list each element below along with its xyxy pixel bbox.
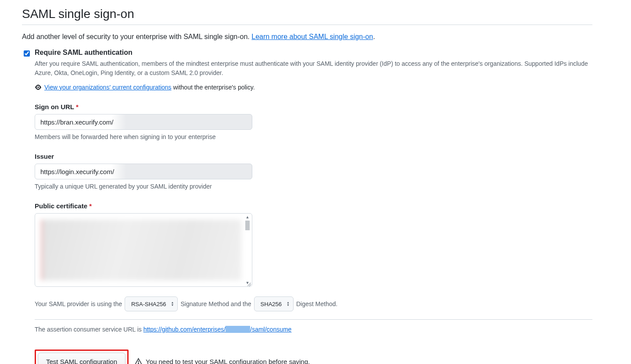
eye-icon <box>35 84 42 91</box>
page-title: SAML single sign-on <box>22 7 592 25</box>
svg-point-2 <box>138 363 139 364</box>
required-asterisk: * <box>89 202 92 210</box>
issuer-input[interactable] <box>35 164 252 179</box>
acs-url-link[interactable]: https://github.com/enterprises/XXXXXX/sa… <box>143 326 292 333</box>
public-cert-label: Public certificate * <box>35 202 252 210</box>
require-saml-label: Require SAML authentication <box>35 49 133 56</box>
acs-url-masked: XXXXXX <box>226 326 250 333</box>
acs-prefix: The assertion consumer service URL is <box>35 326 143 333</box>
sign-on-url-input[interactable] <box>35 114 252 130</box>
required-asterisk: * <box>76 103 79 111</box>
test-saml-button[interactable]: Test SAML configuration <box>38 353 125 364</box>
intro-text: Add another level of security to your en… <box>22 33 592 41</box>
sig-suffix: Digest Method. <box>296 300 337 307</box>
sign-on-url-label: Sign on URL * <box>35 103 252 111</box>
require-saml-checkbox[interactable] <box>24 50 30 57</box>
acs-url-row: The assertion consumer service URL is ht… <box>35 326 592 333</box>
view-config-row: View your organizations' current configu… <box>35 84 592 91</box>
public-cert-label-text: Public certificate <box>35 202 87 210</box>
page-scroll-container[interactable]: SAML single sign-on Add another level of… <box>0 0 631 364</box>
learn-more-link[interactable]: Learn more about SAML single sign-on <box>251 33 373 40</box>
sign-on-url-help: Members will be forwarded here when sign… <box>35 133 252 140</box>
issuer-help: Typically a unique URL generated by your… <box>35 183 252 190</box>
signature-method-value: RSA-SHA256 <box>131 301 166 307</box>
digest-method-value: SHA256 <box>261 301 282 307</box>
test-button-highlight: Test SAML configuration <box>35 350 129 364</box>
public-cert-textarea[interactable]: ▲ ▼ <box>35 213 252 287</box>
signature-method-row: Your SAML provider is using the RSA-SHA2… <box>35 296 592 320</box>
sig-mid: Signature Method and the <box>180 300 251 307</box>
public-cert-blurred-content <box>41 220 241 280</box>
acs-url-suffix: /saml/consume <box>250 326 291 333</box>
intro-period: . <box>373 33 375 40</box>
svg-point-0 <box>37 86 39 88</box>
test-warning-text: You need to test your SAML configuration… <box>146 358 310 364</box>
require-saml-description: After you require SAML authentication, m… <box>35 59 592 78</box>
scroll-up-icon[interactable]: ▲ <box>246 214 250 220</box>
view-config-link[interactable]: View your organizations' current configu… <box>44 84 172 91</box>
sign-on-url-label-text: Sign on URL <box>35 103 74 111</box>
select-caret-icon: ▲▼ <box>287 301 290 307</box>
resize-handle-icon[interactable] <box>246 280 252 286</box>
signature-method-select[interactable]: RSA-SHA256 ▲▼ <box>125 296 178 311</box>
view-config-suffix: without the enterprise's policy. <box>172 84 255 91</box>
select-caret-icon: ▲▼ <box>171 301 174 307</box>
alert-icon <box>135 358 142 364</box>
cert-scrollbar[interactable]: ▲ ▼ <box>244 214 251 285</box>
acs-url-prefix: https://github.com/enterprises/ <box>143 326 226 333</box>
issuer-label: Issuer <box>35 153 252 160</box>
scroll-thumb[interactable] <box>245 221 250 230</box>
digest-method-select[interactable]: SHA256 ▲▼ <box>254 296 294 311</box>
sig-prefix: Your SAML provider is using the <box>35 300 122 307</box>
intro-prefix: Add another level of security to your en… <box>22 33 251 40</box>
